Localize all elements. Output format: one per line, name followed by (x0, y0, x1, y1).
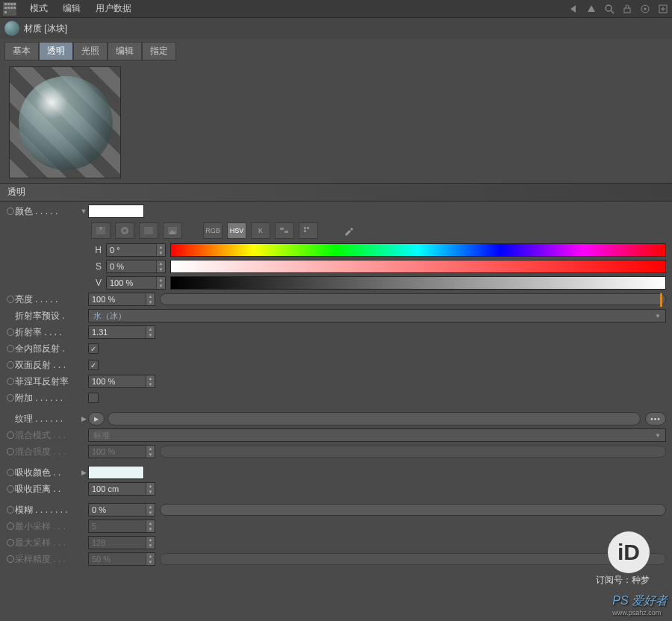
spinner-up-icon[interactable]: ▲ (157, 244, 165, 250)
animatable-icon[interactable] (7, 378, 14, 385)
checkbox-additive[interactable]: ✓ (88, 393, 99, 403)
texture-menu-button[interactable]: ••• (645, 412, 666, 425)
tab-editor[interactable]: 编辑 (108, 42, 142, 60)
slider-sample-precision (160, 553, 666, 565)
input-brightness[interactable]: 100 %▲▼ (88, 293, 155, 306)
animatable-icon[interactable] (7, 296, 14, 303)
watermark-logo: iD (608, 531, 650, 573)
checkbox-double-sided[interactable]: ✓ (88, 360, 99, 370)
search-icon[interactable] (603, 3, 615, 15)
label-refraction-preset: 折射率预设 . (15, 310, 79, 322)
slider-blur[interactable] (160, 504, 666, 516)
svg-rect-16 (307, 227, 309, 229)
tool-hsv[interactable]: HSV (227, 222, 246, 239)
hsv-v-row: V 100 %▲▼ (6, 275, 666, 291)
input-v[interactable]: 100 %▲▼ (106, 276, 166, 290)
input-blur[interactable]: 0 %▲▼ (88, 503, 155, 517)
color-swatch[interactable] (88, 205, 144, 218)
svg-point-4 (644, 7, 647, 10)
label-absorption-dist: 吸收距离 . . (15, 483, 79, 496)
svg-point-0 (606, 5, 612, 11)
menu-userdata[interactable]: 用户数据 (88, 2, 139, 15)
input-s[interactable]: 0 %▲▼ (106, 260, 166, 273)
input-h[interactable]: 0 °▲▼ (106, 243, 166, 257)
animatable-icon[interactable] (7, 506, 14, 514)
animatable-icon[interactable] (7, 448, 14, 455)
animatable-icon[interactable] (7, 469, 14, 476)
label-mix-mode: 混合模式 . . . (15, 429, 79, 442)
animatable-icon[interactable] (7, 431, 14, 439)
disclosure-icon[interactable]: ▶ (79, 469, 88, 476)
material-preview[interactable] (9, 66, 121, 178)
absorption-color-swatch[interactable] (88, 466, 144, 479)
texture-field[interactable] (108, 412, 641, 425)
window-title: 材质 [冰块] (24, 22, 67, 35)
value-slider[interactable] (170, 276, 666, 290)
tab-assign[interactable]: 指定 (142, 42, 176, 60)
input-absorption-dist[interactable]: 100 cm▲▼ (88, 482, 155, 496)
checkbox-total-internal[interactable]: ✓ (88, 343, 99, 354)
eyedropper-icon[interactable] (339, 222, 358, 239)
animatable-icon[interactable] (7, 345, 14, 352)
material-thumb-icon (4, 21, 19, 36)
label-v: V (91, 278, 102, 288)
menubar: 模式 编辑 用户数据 (0, 0, 672, 18)
tool-k[interactable]: K (251, 222, 270, 239)
label-color: 颜色 . . . . . (15, 205, 79, 218)
svg-line-1 (611, 10, 614, 13)
animatable-icon[interactable] (7, 539, 14, 546)
animatable-icon[interactable] (7, 361, 14, 369)
row-mix-strength: 混合强度 . . . 100 %▲▼ (6, 443, 666, 460)
input-refraction[interactable]: 1.31▲▼ (88, 325, 155, 339)
tool-rgb[interactable]: RGB (203, 222, 223, 239)
tool-wheel-icon[interactable] (115, 222, 134, 239)
tool-image-icon[interactable] (163, 222, 182, 239)
row-absorption-dist: 吸收距离 . . 100 cm▲▼ (6, 481, 666, 497)
title-row: 材质 [冰块] (0, 18, 672, 39)
tool-swatches-icon[interactable] (299, 222, 318, 239)
dropdown-refraction-preset[interactable]: 水（冰）▼ (88, 309, 666, 322)
label-double-sided: 双面反射 . . . (15, 359, 79, 372)
hsv-h-row: H 0 °▲▼ (6, 242, 666, 258)
tool-swatch-icon[interactable] (139, 222, 158, 239)
row-blur: 模糊 . . . . . . . 0 %▲▼ (6, 502, 666, 518)
animatable-icon[interactable] (7, 555, 14, 563)
label-mix-strength: 混合强度 . . . (15, 446, 79, 458)
watermark-ps: PS 爱好者 www.psahz.com (612, 593, 668, 617)
hue-slider[interactable] (170, 243, 666, 257)
tab-transparency[interactable]: 透明 (39, 42, 73, 60)
animatable-icon[interactable] (7, 394, 14, 402)
disclosure-icon[interactable]: ▶ (79, 415, 88, 422)
tab-luminance[interactable]: 光照 (73, 42, 108, 60)
label-texture: 纹理 . . . . . . (15, 413, 79, 425)
row-absorption-color: 吸收颜色 . . ▶ (6, 464, 666, 481)
app-grid-icon[interactable] (3, 2, 16, 16)
lock-icon[interactable] (621, 3, 633, 15)
saturation-slider[interactable] (170, 260, 666, 273)
animatable-icon[interactable] (7, 328, 14, 336)
row-mix-mode: 混合模式 . . . 标准▼ (6, 427, 666, 443)
input-fresnel[interactable]: 100 %▲▼ (88, 375, 155, 388)
tab-basic[interactable]: 基本 (4, 42, 39, 60)
slider-brightness[interactable] (160, 293, 666, 305)
row-additive: 附加 . . . . . . ✓ (6, 390, 666, 406)
animatable-icon[interactable] (7, 485, 14, 493)
tool-spectrum-icon[interactable] (91, 222, 111, 239)
texture-nav-button[interactable]: ▶ (88, 412, 105, 425)
menu-mode[interactable]: 模式 (22, 2, 55, 15)
row-texture: 纹理 . . . . . . ▶ ▶ ••• (6, 411, 666, 427)
disclosure-icon[interactable]: ▼ (79, 207, 88, 215)
input-mix-strength: 100 %▲▼ (88, 445, 155, 458)
target-icon[interactable] (639, 3, 651, 15)
menu-edit[interactable]: 编辑 (55, 2, 88, 15)
hsv-s-row: S 0 %▲▼ (6, 258, 666, 275)
nav-back-icon[interactable] (567, 3, 579, 15)
spinner-down-icon[interactable]: ▼ (157, 250, 165, 256)
animatable-icon[interactable] (7, 522, 14, 530)
row-min-samples: 最小采样 . . . 5▲▼ (6, 518, 666, 534)
nav-up-icon[interactable] (585, 3, 597, 15)
tool-mixer-icon[interactable] (275, 222, 294, 239)
animatable-icon[interactable] (7, 207, 14, 215)
svg-rect-2 (624, 8, 630, 13)
new-panel-icon[interactable] (657, 3, 669, 15)
